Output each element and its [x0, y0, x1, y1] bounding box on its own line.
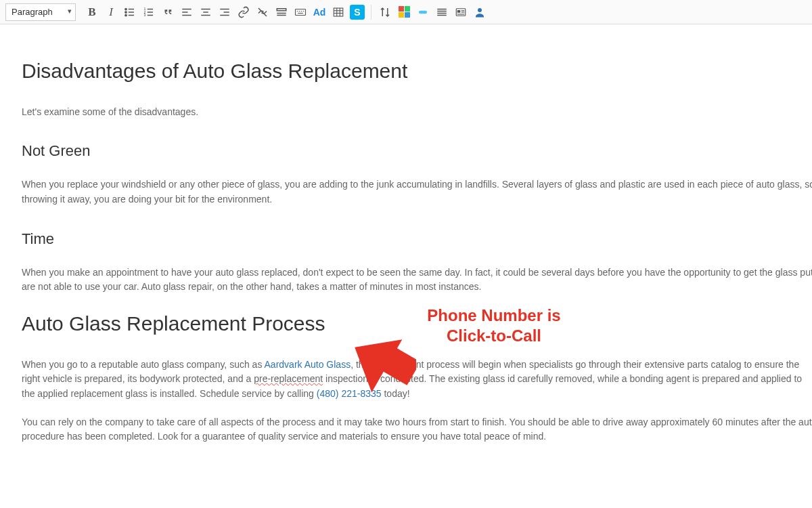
ad-button[interactable]: Ad: [310, 3, 329, 22]
svg-point-0: [125, 8, 127, 9]
italic-button[interactable]: I: [102, 3, 120, 22]
blockquote-button[interactable]: [158, 3, 177, 22]
insert-more-button[interactable]: [272, 3, 291, 22]
align-right-button[interactable]: [215, 3, 234, 22]
svg-point-4: [125, 14, 127, 16]
bullet-list-button[interactable]: [120, 3, 139, 22]
svg-rect-36: [419, 10, 427, 14]
svg-rect-31: [334, 8, 343, 16]
svg-rect-22: [277, 8, 286, 10]
company-link[interactable]: Aardvark Auto Glass: [265, 359, 351, 370]
phone-link[interactable]: (480) 221-8335: [317, 388, 382, 399]
align-left-button[interactable]: [177, 3, 196, 22]
keyboard-button[interactable]: [291, 3, 310, 22]
numbered-list-button[interactable]: 123: [139, 3, 158, 22]
user-button[interactable]: [470, 3, 489, 22]
editor-toolbar: Paragraph B I 123 Ad S: [0, 0, 812, 24]
paragraph: When you go to a reputable auto glass co…: [22, 358, 812, 402]
skype-button[interactable]: S: [350, 5, 365, 20]
link-button[interactable]: [234, 3, 253, 22]
svg-point-46: [478, 8, 482, 12]
editor-content[interactable]: Disadvantages of Auto Glass Replacement …: [0, 24, 812, 485]
paragraph: When you replace your windshield or any …: [22, 177, 812, 207]
format-select[interactable]: Paragraph: [5, 3, 76, 21]
paragraph: When you make an appointment to have you…: [22, 266, 812, 295]
sort-button[interactable]: [376, 3, 394, 22]
svg-point-2: [125, 11, 127, 12]
paragraph: Let's examine some of the disadvantages.: [22, 105, 812, 120]
paragraph: You can rely on the company to take care…: [22, 415, 812, 444]
justify-button[interactable]: [432, 3, 451, 22]
heading-process: Auto Glass Replacement Process: [22, 308, 812, 340]
svg-rect-42: [457, 10, 461, 13]
table-button[interactable]: [329, 3, 348, 22]
heading-time: Time: [22, 228, 812, 251]
toolbar-separator: [371, 5, 371, 20]
unlink-button[interactable]: [253, 3, 272, 22]
spellcheck-mark: pre-replacement: [254, 373, 323, 384]
bold-button[interactable]: B: [83, 3, 102, 22]
heading-disadvantages: Disadvantages of Auto Glass Replacement: [22, 56, 812, 87]
svg-text:3: 3: [144, 13, 146, 17]
svg-rect-25: [296, 9, 306, 15]
color-picker-button[interactable]: [394, 3, 413, 22]
highlight-button[interactable]: [413, 3, 432, 22]
align-center-button[interactable]: [196, 3, 215, 22]
card-button[interactable]: [451, 3, 470, 22]
heading-not-green: Not Green: [22, 140, 812, 163]
